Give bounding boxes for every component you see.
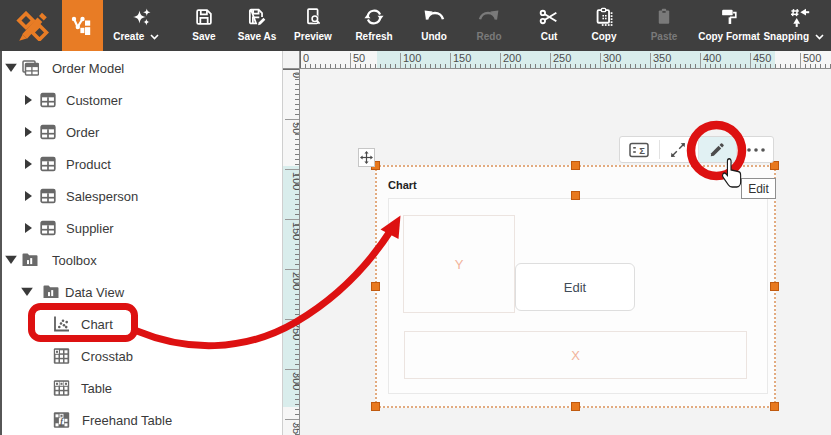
svg-text:350: 350	[291, 422, 300, 435]
svg-text:300: 300	[291, 372, 300, 390]
svg-text:150: 150	[453, 52, 471, 64]
svg-text:Σ: Σ	[640, 144, 646, 155]
svg-text:50: 50	[291, 122, 300, 134]
svg-text:200: 200	[503, 52, 521, 64]
svg-text:250: 250	[553, 52, 571, 64]
svg-text:50: 50	[353, 52, 365, 64]
svg-text:100: 100	[291, 172, 300, 190]
svg-text:250: 250	[291, 322, 300, 340]
svg-text:300: 300	[603, 52, 621, 64]
svg-text:350: 350	[653, 52, 671, 64]
svg-text:150: 150	[291, 222, 300, 240]
svg-text:500: 500	[803, 52, 821, 64]
svg-text:100: 100	[403, 52, 421, 64]
svg-text:0: 0	[303, 52, 309, 64]
svg-text:450: 450	[753, 52, 771, 64]
svg-text:400: 400	[703, 52, 721, 64]
svg-text:0: 0	[291, 72, 300, 78]
svg-text:200: 200	[291, 272, 300, 290]
